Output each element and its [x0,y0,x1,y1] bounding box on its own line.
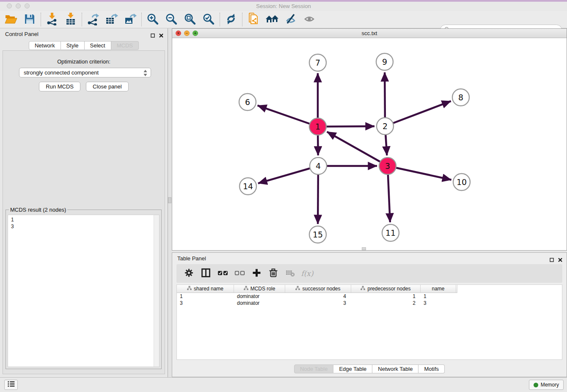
run-mcds-button[interactable]: Run MCDS [39,82,80,91]
column-header-mcds-role[interactable]: MCDS role [234,285,285,293]
open-file-button[interactable] [2,12,20,27]
graph-node-10[interactable]: 10 [453,174,470,190]
table-cell[interactable]: 3 [421,300,456,306]
control-tab-select[interactable]: Select [85,41,111,50]
graph-node-11[interactable]: 11 [382,224,399,241]
zoom-selected-icon [202,13,215,27]
table-cell[interactable]: 1 [421,293,456,300]
graph-edge-3-10[interactable] [388,166,451,180]
zoom-out-button[interactable] [162,12,181,27]
table-cell[interactable]: 3 [285,300,351,306]
graph-node-3[interactable]: 3 [379,157,396,174]
node-table: shared nameMCDS rolesuccessor nodesprede… [176,284,562,360]
graph-node-label: 3 [385,161,390,171]
window-controls-inactive [7,3,30,8]
control-tab-style[interactable]: Style [61,41,85,50]
table-cell[interactable]: dominator [234,300,285,306]
table-cell[interactable]: 3 [177,300,234,306]
table-cell[interactable]: 2 [351,300,421,306]
column-header-successor-nodes[interactable]: successor nodes [285,285,351,293]
import-table-button[interactable] [61,12,80,27]
status-bar: Memory [0,377,567,392]
graph-node-label: 8 [458,93,463,102]
graph-node-8[interactable]: 8 [452,89,469,106]
graph-edge-2-8[interactable] [385,101,451,126]
task-history-button[interactable] [4,380,18,390]
graph-node-6[interactable]: 6 [239,94,256,110]
close-table-panel-icon[interactable] [558,256,562,264]
graph-node-14[interactable]: 14 [239,178,256,195]
add-column-button[interactable] [251,268,262,279]
table-tab-edge-table[interactable]: Edge Table [333,364,372,373]
minimize-window-button[interactable] [16,3,21,8]
column-label: shared name [194,286,223,292]
table-cell[interactable]: 4 [285,293,351,300]
table-row[interactable]: 1dominator411 [177,293,562,300]
export-table-icon [105,13,118,27]
export-image-button[interactable] [121,12,140,27]
maximize-window-button[interactable] [25,3,30,8]
network-minimize-button[interactable]: − [184,30,190,36]
control-tab-mcds[interactable]: MCDS [111,41,139,50]
mcds-result-line: 1 [11,216,150,223]
hide-panel-button[interactable] [281,12,300,27]
memory-button[interactable]: Memory [529,380,564,390]
graph-node-7[interactable]: 7 [309,54,326,71]
toolbar-separator [141,13,142,26]
network-maximize-button[interactable]: + [193,30,198,36]
hide-panel-icon [285,14,297,26]
canvas-bottom-handle[interactable] [362,247,366,250]
float-table-panel-icon[interactable] [550,256,554,264]
table-tab-motifs[interactable]: Motifs [418,364,445,373]
import-network-button[interactable] [43,12,61,27]
zoom-fit-button[interactable] [181,12,199,27]
splitter-handle[interactable] [168,197,171,203]
deselect-all-button[interactable] [234,268,245,279]
table-toolbar: f(x) [176,264,562,283]
network-canvas[interactable]: 7968124314101511 [172,38,567,250]
column-label: MCDS role [250,286,275,292]
vertical-splitter[interactable] [168,28,172,377]
table-tab-network-table[interactable]: Network Table [372,364,418,373]
network-close-button[interactable]: × [176,30,181,36]
network-overview-button[interactable] [244,12,263,27]
graph-node-label: 9 [382,57,387,66]
control-tab-network[interactable]: Network [29,41,61,50]
export-table-button[interactable] [102,12,121,27]
table-tab-node-table[interactable]: Node Table [294,364,334,373]
column-header-predecessor-nodes[interactable]: predecessor nodes [351,285,421,293]
graph-node-9[interactable]: 9 [376,53,393,70]
graph-node-15[interactable]: 15 [309,226,326,243]
graph-node-1[interactable]: 1 [309,118,326,135]
mcds-result-textarea[interactable]: 13 [8,215,160,367]
save-session-button[interactable] [20,12,39,27]
column-type-icon [244,286,248,292]
column-header-shared-name[interactable]: shared name [177,285,234,293]
select-all-button[interactable] [217,268,228,279]
close-panel-icon[interactable] [159,32,163,39]
table-cell[interactable]: 1 [177,293,234,300]
apply-layout-button[interactable] [222,12,240,27]
home-button[interactable] [263,12,281,27]
graph-edge-1-6[interactable] [258,105,318,127]
export-network-button[interactable] [84,12,102,27]
column-header-name[interactable]: name [421,285,456,293]
zoom-selected-button[interactable] [199,12,218,27]
graph-edge-4-14[interactable] [258,166,318,183]
close-panel-button[interactable]: Close panel [86,82,129,91]
column-visibility-button[interactable] [200,268,211,279]
float-panel-icon[interactable] [151,32,155,39]
close-window-button[interactable] [7,3,12,8]
graph-node-4[interactable]: 4 [310,157,327,174]
table-cell[interactable]: 1 [351,293,421,300]
graph-node-2[interactable]: 2 [377,118,394,135]
attribute-settings-button[interactable] [183,268,194,279]
criterion-select[interactable]: strongly connected component [19,68,151,77]
table-cell[interactable]: dominator [234,293,285,300]
graph-edge-3-1[interactable] [327,132,388,166]
zoom-in-button[interactable] [143,12,162,27]
show-panel-button[interactable] [300,12,319,27]
delete-column-button[interactable] [268,268,279,279]
result-scrollbar[interactable] [154,215,159,367]
table-row[interactable]: 3dominator323 [177,300,562,306]
